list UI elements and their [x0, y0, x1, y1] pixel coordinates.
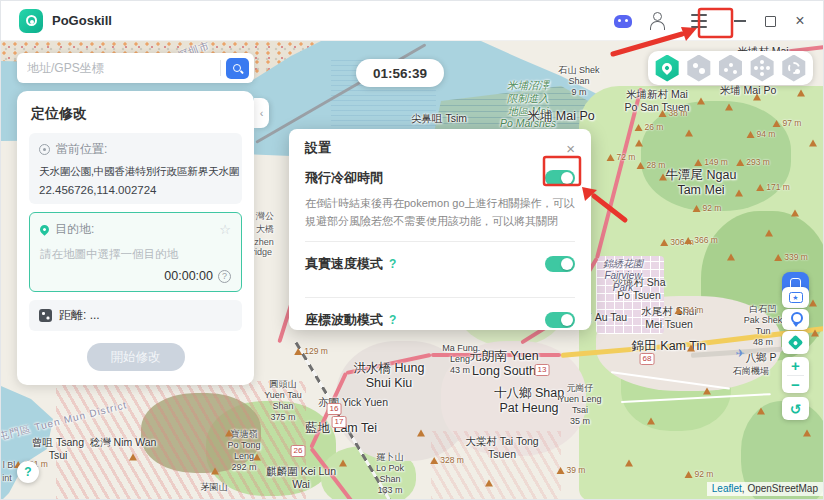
joystick-mode-icon[interactable]	[750, 55, 775, 82]
cooldown-timer: 01:56:39	[356, 59, 444, 87]
hamburger-menu-icon[interactable]	[683, 8, 715, 34]
collect-star-icon: ★	[789, 292, 803, 303]
cooldown-toggle[interactable]	[545, 170, 575, 186]
titlebar: PoGoskill ×	[1, 1, 824, 41]
app-window: 深圳市米埔沼澤 限制進入 地區 Mai Po Marshes Restricte…	[0, 0, 824, 500]
start-teleport-button[interactable]: 開始修改	[87, 343, 185, 371]
zoom-out-button[interactable]: −	[782, 375, 809, 393]
panel-collapse-button[interactable]: ‹	[254, 98, 269, 128]
cooldown-help-icon[interactable]: ?	[218, 270, 231, 283]
road	[431, 353, 561, 357]
zoom-control: + −	[782, 357, 809, 393]
destination-box[interactable]: 目的地: ☆ 請在地圖中選擇一個目的地 00:00:00 ?	[29, 212, 242, 292]
mode-toolbar	[648, 51, 813, 85]
route-mode-icon[interactable]	[781, 55, 806, 82]
gps-pin-icon	[790, 312, 802, 327]
coord-jitter-toggle[interactable]	[545, 312, 575, 328]
dialog-close-icon[interactable]: ×	[566, 141, 575, 156]
distance-icon	[39, 309, 52, 322]
current-address: 天水圍公園,中國香港特別行政區新界天水圍	[39, 165, 232, 179]
cooldown-setting-description: 在倒計時結束後再在pokemon go上進行相關操作，可以規避部分風險若您不需要…	[305, 195, 575, 230]
help-icon[interactable]: ?	[389, 257, 396, 271]
teleport-mode-icon[interactable]	[655, 55, 680, 82]
cooldown-time-value: 00:00:00	[164, 269, 213, 283]
help-button[interactable]: ?	[17, 461, 39, 483]
current-location-box: 當前位置: 天水圍公園,中國香港特別行政區新界天水圍 22.456726,114…	[29, 133, 242, 204]
locate-me-button[interactable]	[782, 331, 809, 354]
distance-box: 距離: ...	[29, 300, 242, 331]
map-attribution: Leaflet, OpenStreetMap	[707, 482, 823, 496]
destination-label: 目的地:	[55, 221, 94, 238]
discord-icon[interactable]	[614, 15, 632, 28]
current-location-label: 當前位置:	[56, 141, 107, 158]
cooldown-setting-label: 飛行冷卻時間	[305, 169, 383, 187]
current-location-icon	[39, 144, 50, 155]
divider	[220, 60, 221, 76]
destination-placeholder: 請在地圖中選擇一個目的地	[40, 247, 231, 262]
map-restricted-hatch	[431, 431, 561, 500]
two-spot-mode-icon[interactable]	[686, 55, 711, 82]
minimize-button[interactable]	[725, 6, 755, 36]
map-restricted-hatch	[56, 381, 306, 500]
real-speed-toggle[interactable]	[545, 256, 575, 272]
settings-dialog: 設置 × 飛行冷卻時間 在倒計時結束後再在pokemon go上進行相關操作，可…	[289, 129, 591, 330]
gps-marker-button[interactable]	[782, 309, 809, 330]
search-icon	[232, 63, 243, 74]
zoom-in-button[interactable]: +	[782, 357, 809, 375]
search-input[interactable]	[17, 61, 220, 75]
current-coordinates: 22.456726,114.002724	[39, 184, 232, 196]
search-bar	[17, 53, 254, 83]
maximize-button[interactable]	[755, 6, 785, 36]
map-fairview-park	[596, 256, 664, 334]
coord-jitter-setting-label: 座標波動模式 ?	[305, 311, 396, 329]
favorite-star-icon[interactable]: ☆	[219, 222, 231, 237]
app-title: PoGoskill	[52, 13, 112, 28]
leaflet-link[interactable]: Leaflet	[712, 483, 742, 494]
locate-icon	[788, 335, 804, 351]
teleport-panel: 定位修改 當前位置: 天水圍公園,中國香港特別行政區新界天水圍 22.45672…	[17, 91, 254, 385]
dialog-title: 設置	[305, 139, 331, 157]
distance-value: 距離: ...	[59, 307, 100, 324]
search-button[interactable]	[226, 58, 249, 79]
account-icon[interactable]	[649, 12, 665, 30]
close-button[interactable]: ×	[785, 6, 815, 36]
collection-button[interactable]: ★	[782, 287, 809, 308]
destination-pin-icon	[38, 223, 51, 236]
multi-spot-mode-icon[interactable]	[718, 55, 743, 82]
real-speed-setting-label: 真實速度模式 ?	[305, 255, 396, 273]
map-forest	[641, 101, 791, 211]
app-logo-icon	[19, 9, 43, 33]
reset-view-button[interactable]: ↺	[782, 397, 809, 420]
help-icon[interactable]: ?	[389, 313, 396, 327]
panel-title: 定位修改	[31, 105, 242, 123]
